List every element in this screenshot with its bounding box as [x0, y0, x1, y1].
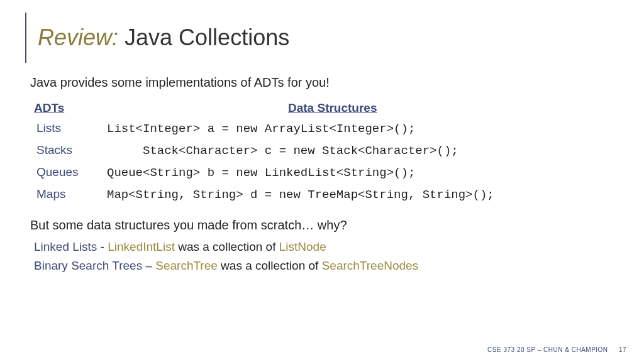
scratch-label: Linked Lists: [34, 240, 97, 253]
adt-label: Lists: [30, 121, 107, 135]
scratch-class: LinkedIntList: [108, 240, 175, 253]
column-headers: ADTs Data Structures: [30, 101, 619, 115]
scratch-label: Binary Search Trees: [34, 259, 142, 272]
title-accent: Review:: [38, 25, 118, 50]
course-label: CSE 373 20 SP – CHUN & CHAMPION: [487, 346, 608, 353]
slide-footer: CSE 373 20 SP – CHUN & CHAMPION 17: [487, 346, 626, 353]
table-row: Lists List<Integer> a = new ArrayList<In…: [30, 121, 619, 136]
adt-label: Maps: [30, 187, 107, 201]
slide-content: Java provides some implementations of AD…: [30, 75, 619, 278]
scratch-section: But some data structures you made from s…: [30, 218, 619, 273]
adt-label: Queues: [30, 165, 107, 179]
code-snippet: Queue<String> b = new LinkedList<String>…: [107, 166, 415, 180]
scratch-class: SearchTree: [155, 259, 218, 272]
code-snippet: Stack<Character> c = new Stack<Character…: [107, 144, 458, 158]
code-snippet: List<Integer> a = new ArrayList<Integer>…: [107, 122, 415, 136]
title-bar: Review: Java Collections: [25, 13, 289, 63]
question-text: But some data structures you made from s…: [30, 218, 619, 233]
code-snippet: Map<String, String> d = new TreeMap<Stri…: [107, 188, 494, 202]
title-main: Java Collections: [118, 25, 289, 50]
data-structures-header: Data Structures: [288, 101, 377, 115]
table-row: Queues Queue<String> b = new LinkedList<…: [30, 165, 619, 180]
table-row: Maps Map<String, String> d = new TreeMap…: [30, 187, 619, 202]
slide-title: Review: Java Collections: [38, 25, 289, 51]
adts-header: ADTs: [30, 101, 288, 115]
slide-number: 17: [619, 346, 626, 353]
intro-text: Java provides some implementations of AD…: [30, 75, 619, 90]
scratch-line: Linked Lists - LinkedIntList was a colle…: [30, 240, 619, 254]
scratch-node: ListNode: [279, 240, 326, 253]
scratch-line: Binary Search Trees – SearchTree was a c…: [30, 259, 619, 273]
adt-label: Stacks: [30, 143, 107, 157]
table-row: Stacks Stack<Character> c = new Stack<Ch…: [30, 143, 619, 158]
scratch-node: SearchTreeNodes: [322, 259, 418, 272]
